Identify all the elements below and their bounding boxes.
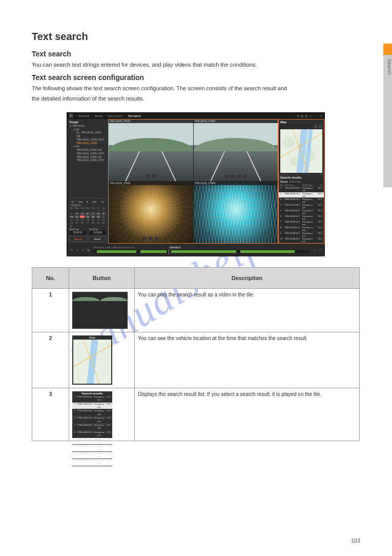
win-icon[interactable]: ⊞ (297, 114, 299, 117)
start-time-input[interactable]: 00:00:00 (69, 231, 86, 234)
calendar-day[interactable]: 1 (96, 209, 100, 212)
tree-item[interactable]: TRM-1610S_CH001 (OUT) (69, 159, 106, 163)
calendar-day[interactable]: 26 (80, 222, 85, 224)
calendar-day[interactable]: 20 (85, 219, 90, 221)
next-icon[interactable]: ⏭ (101, 200, 104, 203)
tl-btn-icon[interactable]: ⟲ (80, 248, 85, 251)
calendar-day[interactable]: 8 (96, 212, 100, 215)
calendar-day[interactable]: 30 (101, 222, 106, 224)
timeline[interactable]: TRM-1610S_CH001 (TRM-1610S-HDD:8770) 201… (93, 246, 310, 253)
calendar-day[interactable]: 4 (74, 212, 79, 215)
side-tab-accent (383, 44, 392, 55)
tile-caption: TRM-1610S_CH001 (109, 120, 193, 123)
calendar-day[interactable]: 11 (74, 215, 79, 218)
win-icon[interactable]: ◧ (305, 114, 308, 117)
tree-item[interactable]: TRM-1610S_CH001 (OUT) (69, 152, 106, 156)
map-tool-icon[interactable] (319, 125, 322, 128)
tree-item[interactable]: TRM-1610S_CH001 (IN) (69, 149, 106, 152)
sr-tab-event[interactable]: Event type (290, 181, 300, 183)
app-tabs: Real-time Search Event search Text searc… (78, 114, 141, 117)
video-tile[interactable]: TRM-1610S_CH004 (194, 182, 278, 243)
calendar-day[interactable]: 9 (101, 212, 106, 215)
ff-icon[interactable]: ▶▶ (93, 200, 97, 203)
search-result-row[interactable]: 4TRM-16100:58.2Emergency bellCH 1 (279, 204, 324, 209)
tree-item[interactable]: ▸ 1ch (69, 128, 106, 132)
calendar-day[interactable]: 29 (96, 222, 100, 224)
calendar-day[interactable]: 15 (96, 215, 100, 218)
tab-textsearch[interactable]: Text search (128, 114, 141, 117)
tree-item-selected[interactable]: TRM-1610S_CH001 (69, 142, 106, 146)
timeline-bar: ⊕ ⊖ ⟲ ▦ TRM-1610S_CH001 (TRM-1610S-HDD:8… (67, 244, 324, 256)
tab-eventsearch[interactable]: Event search (108, 114, 122, 117)
tab-search[interactable]: Search (94, 114, 102, 117)
calendar-day[interactable]: 25 (74, 222, 79, 224)
win-icon[interactable]: □ (317, 114, 319, 117)
calendar-day[interactable]: 21 (91, 219, 95, 221)
search-results-list: 1TRM-16100:58.2Emergency bellCH 12TRM-16… (279, 187, 324, 243)
search-result-row[interactable]: 7TRM-16100:58.2Emergency bellCH 1 (279, 221, 324, 226)
video-tile[interactable]: TRM-1610S_CH002 (194, 120, 278, 181)
tree-item[interactable]: TRM-1610S_CH001 (IN) (69, 156, 106, 160)
calendar-day[interactable]: 28 (91, 222, 95, 224)
calendar-day[interactable]: 14 (91, 215, 95, 218)
calendar-day[interactable]: 7 (91, 212, 95, 215)
calendar-day[interactable]: 5 (80, 212, 85, 215)
win-icon[interactable]: ✕ (320, 114, 322, 117)
end-time-input[interactable]: 23:59:59 (89, 231, 106, 234)
cell-desc: Displays the search result list. If you … (135, 388, 360, 441)
calendar-day[interactable]: 24 (69, 222, 74, 224)
sr-tab-source[interactable]: Source (280, 181, 287, 183)
rew-icon[interactable]: ◀◀ (78, 200, 82, 203)
map-tool-icon[interactable] (314, 125, 318, 128)
calendar-day[interactable]: 3 (69, 212, 74, 215)
search-result-row[interactable]: 1TRM-16100:58.2Emergency bellCH 1 (279, 187, 324, 192)
play-icon[interactable]: ▶ (87, 200, 89, 203)
calendar-day[interactable]: 6 (85, 212, 90, 215)
search-result-row[interactable]: 8TRM-16100:58.2Emergency bellCH 1 (279, 226, 324, 232)
calendar-day[interactable]: 23 (101, 219, 106, 221)
search-result-row[interactable]: 2TRM-16100:58.2Emergency bellCH 1 (279, 192, 324, 198)
calendar-grid[interactable]: 1234567891011121314151617181920212223242… (69, 209, 106, 227)
calendar-day[interactable]: 10 (69, 215, 74, 218)
tl-btn-icon[interactable]: ⊕ (69, 248, 74, 251)
tl-tool-icon[interactable]: ⤓ (318, 248, 322, 251)
app-logo-icon (69, 114, 73, 117)
calendar-day[interactable]: 22 (96, 219, 100, 221)
video-tile[interactable]: TRM-1610S_CH003 (109, 182, 193, 243)
tl-btn-icon[interactable]: ⊖ (75, 248, 79, 251)
reset-button[interactable]: Reset (89, 236, 107, 242)
search-result-row[interactable]: 9TRM-16100:58.2Emergency bellCH 1 (279, 232, 324, 237)
search-result-row[interactable]: 6TRM-16100:58.2Emergency bellCH 1 (279, 215, 324, 221)
win-icon[interactable]: – (314, 114, 315, 117)
cell-desc: You can play the search result as a vide… (135, 288, 360, 332)
calendar-day[interactable]: 13 (85, 215, 90, 218)
video-tile[interactable]: TRM-1610S_CH001 (109, 120, 193, 181)
calendar-day[interactable]: 31 (69, 225, 74, 227)
tree-item[interactable]: TRM-1610S_CH001 (OUT) (69, 138, 106, 142)
table-row: 1 You can play the search result as a vi… (32, 288, 360, 332)
search-result-row[interactable]: 10TRM-16100:58.2Emergency bellCH 1 (279, 237, 324, 243)
win-icon[interactable]: ⛶ (310, 114, 312, 117)
tree-item[interactable]: ▸ 4ch (69, 145, 106, 149)
device-tree[interactable]: ▸ TMS Server ▸ 1ch 01 - TRM-1610S_CH001 … (69, 125, 106, 163)
calendar-day[interactable]: 27 (85, 222, 90, 224)
tree-item[interactable]: ▸ TMS Server (69, 125, 106, 128)
map-view[interactable] (280, 129, 322, 173)
calendar-day[interactable]: 12 (80, 215, 85, 218)
calendar-day[interactable]: 18 (74, 219, 79, 221)
tree-item[interactable]: 01 - TRM-1610S_CH001 (IN) (69, 131, 106, 138)
search-result-row[interactable]: 3TRM-16100:58.2Emergency bellCH 1 (279, 198, 324, 204)
search-button[interactable]: Search (69, 236, 87, 242)
search-results-title: Search results (279, 174, 324, 180)
calendar-day[interactable]: 2 (101, 209, 106, 212)
tl-tool-icon[interactable]: ▭ (312, 248, 317, 251)
win-icon[interactable]: ▦ (301, 114, 303, 117)
search-result-row[interactable]: 5TRM-16100:58.2Emergency bellCH 1 (279, 209, 324, 215)
tab-realtime[interactable]: Real-time (78, 114, 89, 117)
calendar-day[interactable]: 19 (80, 219, 85, 221)
tl-btn-icon[interactable]: ▦ (86, 248, 91, 251)
prev-icon[interactable]: ⏮ (71, 200, 74, 203)
paragraph-3: the detailed information of the search r… (32, 95, 360, 103)
calendar-day[interactable]: 16 (101, 215, 106, 218)
calendar-day[interactable]: 17 (69, 219, 74, 221)
